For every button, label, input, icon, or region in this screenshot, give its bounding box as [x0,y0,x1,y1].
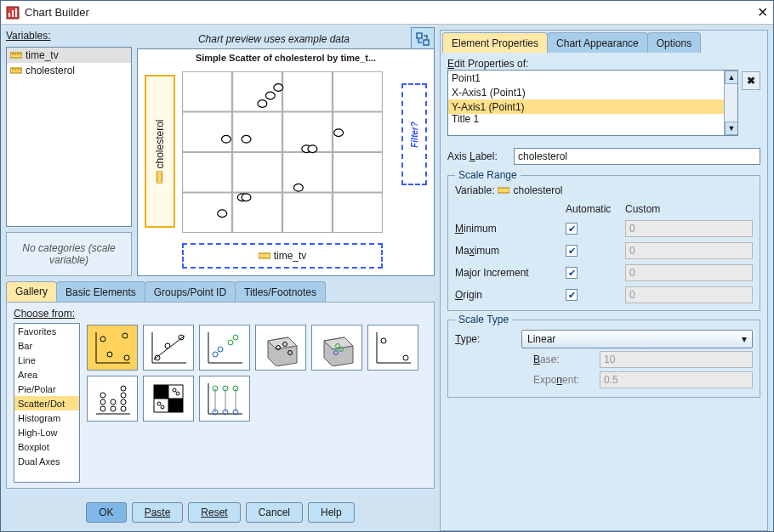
row-origin-label: Origin [455,289,557,301]
variables-label: Variables: [6,30,132,42]
svg-point-71 [403,355,408,360]
svg-point-88 [176,392,179,395]
tab-chart-appearance[interactable]: Chart Appearance [547,32,648,53]
edit-item-yaxis1[interactable]: Y-Axis1 (Point1) [448,99,737,114]
major-increment-custom-input[interactable] [625,264,753,281]
maximum-custom-input[interactable] [625,242,753,259]
swap-icon [415,31,430,47]
svg-point-33 [258,100,267,108]
chart-preview[interactable]: Simple Scatter of cholesterol by time_t.… [137,48,435,276]
gallery-type-line[interactable]: Line [14,353,79,367]
scale-type-select[interactable]: Linear ▾ [521,330,753,348]
origin-auto-checkbox[interactable]: ✔ [566,289,578,301]
cancel-button[interactable]: Cancel [246,502,303,523]
scale-range-group: Scale Range Variable: cholesterol Automa… [447,175,760,311]
ruler-icon [10,66,22,75]
categories-box: No categories (scale variable) [6,232,132,276]
app-icon [6,6,20,20]
ruler-icon [10,51,22,59]
tab-titles-footnotes[interactable]: Titles/Footnotes [235,281,326,302]
tab-options[interactable]: Options [647,32,701,53]
gallery-type-bar[interactable]: Bar [14,338,79,353]
tab-groups-point-id[interactable]: Groups/Point ID [145,281,236,302]
paste-button[interactable]: Paste [132,502,184,523]
gallery-panel: Choose from: Favorites Bar Line Area Pie… [6,302,435,489]
help-button[interactable]: Help [308,502,355,523]
svg-point-43 [122,333,128,338]
thumb-line-scatter[interactable] [143,325,194,371]
exponent-label: Exponent: [533,374,595,386]
svg-point-56 [228,340,233,345]
edit-item-xaxis1[interactable]: X-Axis1 (Point1) [448,85,737,99]
thumb-3d-scatter[interactable] [255,325,306,371]
reset-button[interactable]: Reset [188,502,240,523]
y-axis-drop-zone[interactable]: cholesterol [145,75,175,228]
chevron-down-icon: ▾ [742,333,747,345]
variable-item[interactable]: time_tv [7,48,131,63]
variable-name: time_tv [26,49,59,61]
gallery-type-dual-axes[interactable]: Dual Axes [14,454,79,468]
edit-item-point1[interactable]: Point1 [448,71,737,85]
thumb-drop-line[interactable] [199,376,250,422]
close-icon[interactable]: ✕ [757,4,768,20]
x-axis-drop-zone[interactable]: time_tv [182,243,383,269]
edit-properties-list[interactable]: Point1 X-Axis1 (Point1) Y-Axis1 (Point1)… [447,70,738,136]
filter-drop-zone[interactable]: Filter? [401,83,427,185]
gallery-type-list[interactable]: Favorites Bar Line Area Pie/Polar Scatte… [14,323,80,483]
thumb-grouped-scatter[interactable] [199,325,250,371]
major-increment-auto-checkbox[interactable]: ✔ [566,267,578,279]
thumb-scatter-matrix[interactable] [143,376,194,422]
scroll-up-icon[interactable]: ▲ [725,71,738,84]
gallery-type-boxplot[interactable]: Boxplot [14,439,79,454]
tab-element-properties[interactable]: Element Properties [442,32,548,53]
maximum-auto-checkbox[interactable]: ✔ [566,245,578,257]
thumb-3d-grouped-scatter[interactable] [311,325,362,371]
variables-column: Variables: time_tv cholesterol No catego… [6,30,132,276]
scrollbar[interactable]: ▲ ▼ [724,71,737,135]
left-panel: Variables: time_tv cholesterol No catego… [6,30,435,531]
svg-rect-86 [168,399,183,412]
ok-button[interactable]: OK [86,502,126,523]
thumb-simple-dot[interactable] [87,376,138,422]
svg-point-32 [242,135,251,143]
svg-point-37 [274,84,283,92]
gallery-type-favorites[interactable]: Favorites [14,324,79,338]
tab-gallery[interactable]: Gallery [6,281,57,302]
tab-basic-elements[interactable]: Basic Elements [56,281,145,302]
thumb-simple-scatter[interactable] [87,325,138,371]
row-maximum-label: Maximum [455,245,557,257]
variables-listbox[interactable]: time_tv cholesterol [6,47,132,227]
hdr-custom: Custom [625,203,753,215]
swap-axes-button[interactable] [411,27,435,51]
filter-label: Filter? [410,122,419,148]
edit-item-title1[interactable]: Title 1 [448,114,737,124]
origin-custom-input[interactable] [625,286,753,303]
svg-rect-16 [157,172,162,184]
svg-point-30 [293,184,303,191]
svg-point-77 [111,399,116,405]
svg-point-70 [381,338,386,343]
y-drop-label: cholesterol [154,119,166,168]
gallery-type-histogram[interactable]: Histogram [14,410,79,425]
gallery-type-area[interactable]: Area [14,367,79,382]
svg-rect-15 [424,40,429,45]
minimum-custom-input[interactable] [625,220,753,237]
gallery-type-pie-polar[interactable]: Pie/Polar [14,382,79,396]
variable-value: cholesterol [513,184,562,196]
preview-column: Chart preview uses example data Simple S… [137,30,435,276]
variable-item[interactable]: cholesterol [7,63,131,78]
delete-element-button[interactable]: ✖ [742,71,760,90]
variable-name: cholesterol [26,65,75,76]
scroll-down-icon[interactable]: ▼ [725,122,738,135]
svg-rect-2 [12,10,14,17]
minimum-auto-checkbox[interactable]: ✔ [566,223,578,235]
svg-point-74 [100,399,105,405]
svg-point-54 [213,352,218,357]
svg-rect-39 [259,253,270,258]
thumb-summary-point[interactable] [367,325,418,371]
axis-label-input[interactable] [514,148,760,165]
svg-rect-1 [9,13,10,17]
gallery-type-high-low[interactable]: High-Low [14,425,79,439]
choose-label: Choose from: [14,308,80,321]
gallery-type-scatter-dot[interactable]: Scatter/Dot [14,396,79,410]
